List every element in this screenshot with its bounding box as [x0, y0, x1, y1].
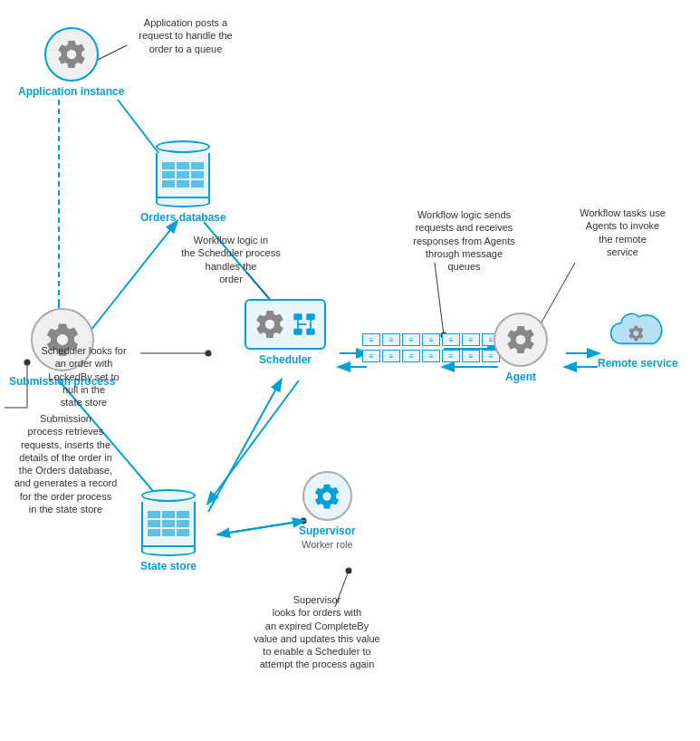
svg-line-16 — [217, 521, 303, 534]
msg-cell-12 — [442, 350, 460, 362]
orders-database-icon — [156, 140, 210, 207]
msg-cell-10 — [402, 350, 420, 362]
supervisor-label: Supervisor — [299, 524, 356, 537]
msg-cell-9 — [382, 350, 400, 362]
msg-cell-3 — [402, 333, 420, 346]
annotation-app-posts: Application posts a request to handle th… — [131, 16, 240, 55]
application-instance-icon — [44, 27, 99, 82]
svg-rect-34 — [293, 313, 302, 320]
msg-cell-5 — [442, 333, 460, 346]
agent-label: Agent — [505, 370, 536, 383]
supervisor-icon — [302, 471, 352, 521]
message-queue — [362, 333, 500, 362]
msg-cell-8 — [362, 350, 380, 362]
msg-cell-1 — [362, 333, 380, 346]
annotation-scheduler-looks: Scheduler looks foran order withLockedBy… — [18, 344, 149, 409]
annotation-submission-retrieves: Submissionprocess retrievesrequests, ins… — [0, 412, 131, 515]
orders-database-node: Orders database — [140, 140, 226, 224]
msg-cell-11 — [422, 350, 440, 362]
diagram: Application instance Application posts a… — [0, 0, 700, 741]
svg-rect-37 — [306, 329, 314, 335]
svg-line-28 — [435, 263, 444, 335]
annotation-supervisor-looks: Supervisorlooks for orders withan expire… — [226, 593, 408, 671]
svg-line-13 — [208, 380, 299, 503]
svg-point-33 — [346, 568, 352, 574]
agent-node: Agent — [494, 313, 548, 383]
annotation-workflow-scheduler: Workflow logic inthe Scheduler processha… — [172, 234, 290, 285]
state-store-icon — [141, 489, 196, 556]
svg-rect-35 — [306, 313, 314, 320]
annotation-workflow-sends: Workflow logic sendsrequests and receive… — [398, 208, 530, 273]
msg-cell-2 — [382, 333, 400, 346]
svg-line-19 — [217, 521, 303, 534]
application-instance-label: Application instance — [18, 85, 124, 98]
scheduler-label: Scheduler — [259, 353, 312, 366]
application-instance-node: Application instance — [18, 27, 124, 98]
svg-rect-36 — [293, 329, 302, 335]
msg-cell-6 — [462, 333, 480, 346]
svg-line-18 — [219, 521, 303, 534]
orders-database-label: Orders database — [140, 211, 226, 224]
msg-cell-4 — [422, 333, 440, 346]
state-store-label: State store — [140, 560, 197, 573]
svg-line-15 — [208, 380, 281, 512]
msg-cell-13 — [462, 350, 480, 362]
scheduler-icon — [245, 299, 326, 350]
remote-service-label: Remote service — [598, 357, 678, 370]
remote-service-node: Remote service — [598, 313, 678, 370]
annotation-workflow-tasks: Workflow tasks useAgents to invokethe re… — [557, 207, 688, 258]
supervisor-node: Supervisor Worker role — [299, 471, 356, 550]
worker-role-label: Worker role — [302, 539, 353, 550]
remote-service-icon — [606, 313, 669, 353]
agent-icon — [494, 313, 548, 367]
state-store-node: State store — [140, 489, 197, 573]
scheduler-node: Scheduler — [240, 299, 331, 366]
svg-point-11 — [206, 351, 212, 357]
